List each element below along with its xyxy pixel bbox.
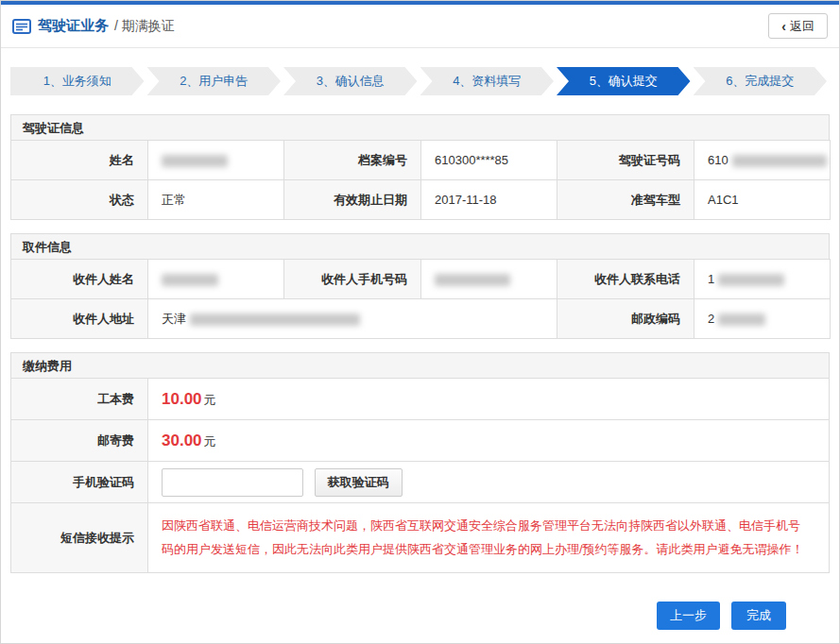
pickup-info-section: 取件信息 收件人姓名 收件人手机号码 收件人联系电话 1 收件人地址 天津 邮政… — [10, 233, 830, 339]
license-number-value: 610 — [694, 141, 831, 180]
fees-section: 缴纳费用 工本费 10.00元 邮寄费 30.00元 手机验证码 获取验证码 — [10, 352, 830, 573]
file-number-label: 档案编号 — [284, 141, 421, 180]
postage-fee-unit: 元 — [204, 434, 216, 449]
back-button[interactable]: ‹ 返回 — [768, 13, 828, 39]
status-value: 正常 — [148, 180, 284, 220]
recipient-phone-value: 1 — [694, 260, 831, 299]
sms-notice-text: 因陕西省联通、电信运营商技术问题，陕西省互联网交通安全综合服务管理平台无法向持陕… — [162, 515, 812, 561]
name-value — [148, 141, 284, 180]
redacted-recipient-name — [162, 274, 218, 286]
table-row: 短信接收提示 因陕西省联通、电信运营商技术问题，陕西省互联网交通安全综合服务管理… — [11, 503, 830, 573]
table-row: 收件人姓名 收件人手机号码 收件人联系电话 1 — [11, 260, 831, 299]
redacted-license-number — [732, 155, 827, 167]
step-6-complete-submit[interactable]: 6、完成提交 — [694, 67, 828, 95]
license-number-label: 驾驶证号码 — [557, 141, 694, 180]
file-number-value: 610300****85 — [421, 141, 557, 180]
table-row: 手机验证码 获取验证码 — [11, 462, 830, 503]
recipient-name-value — [148, 260, 284, 299]
production-fee-amount: 10.00 — [162, 390, 202, 408]
recipient-mobile-value — [421, 260, 557, 299]
table-row: 姓名 档案编号 610300****85 驾驶证号码 610 — [11, 141, 831, 180]
postcode-label: 邮政编码 — [557, 299, 694, 339]
vehicle-class-label: 准驾车型 — [557, 180, 694, 220]
pickup-info-section-title: 取件信息 — [10, 233, 830, 260]
step-breadcrumb: 1、业务须知 2、用户申告 3、确认信息 4、资料填写 5、确认提交 6、完成提… — [10, 67, 830, 95]
finish-button[interactable]: 完成 — [731, 602, 786, 630]
page-header: 驾驶证业务 / 期满换证 ‹ 返回 — [1, 5, 839, 48]
expiry-label: 有效期止日期 — [284, 180, 421, 220]
step-5-confirm-submit[interactable]: 5、确认提交 — [557, 67, 691, 95]
table-row: 邮寄费 30.00元 — [11, 420, 830, 462]
recipient-phone-prefix: 1 — [708, 272, 714, 286]
license-number-prefix: 610 — [708, 153, 729, 167]
get-sms-code-button[interactable]: 获取验证码 — [315, 468, 403, 497]
redacted-address — [190, 314, 360, 326]
footer-actions: 上一步 完成 — [1, 602, 839, 630]
back-chevron-icon: ‹ — [781, 20, 786, 33]
redacted-name — [162, 155, 228, 167]
postage-fee-amount: 30.00 — [162, 432, 202, 449]
address-prefix: 天津 — [162, 312, 186, 326]
step-2-user-declaration[interactable]: 2、用户申告 — [147, 67, 282, 95]
vehicle-class-value: A1C1 — [694, 180, 831, 220]
back-button-label: 返回 — [790, 18, 814, 35]
license-info-table: 姓名 档案编号 610300****85 驾驶证号码 610 状态 正常 有效期… — [10, 140, 831, 220]
license-business-icon — [12, 19, 31, 34]
expiry-value: 2017-11-18 — [421, 180, 557, 220]
page-subtitle: / 期满换证 — [114, 18, 175, 35]
license-renewal-page: 驾驶证业务 / 期满换证 ‹ 返回 1、业务须知 2、用户申告 3、确认信息 4… — [0, 0, 840, 644]
status-label: 状态 — [11, 180, 148, 220]
fees-table: 工本费 10.00元 邮寄费 30.00元 手机验证码 获取验证码 短信接收提示… — [10, 378, 830, 573]
previous-step-button[interactable]: 上一步 — [657, 602, 720, 630]
sms-notice-label: 短信接收提示 — [11, 503, 148, 573]
redacted-recipient-mobile — [435, 274, 510, 286]
page-title: 驾驶证业务 — [38, 17, 109, 35]
postage-fee-label: 邮寄费 — [11, 420, 148, 462]
recipient-mobile-label: 收件人手机号码 — [284, 260, 421, 299]
production-fee-value: 10.00元 — [148, 379, 830, 420]
sms-code-input[interactable] — [162, 468, 303, 497]
postcode-prefix: 2 — [708, 312, 714, 326]
table-row: 状态 正常 有效期止日期 2017-11-18 准驾车型 A1C1 — [11, 180, 831, 220]
fees-section-title: 缴纳费用 — [10, 352, 830, 379]
address-label: 收件人地址 — [11, 299, 148, 339]
address-value: 天津 — [148, 299, 557, 339]
table-row: 收件人地址 天津 邮政编码 2 — [11, 299, 831, 339]
license-info-section: 驾驶证信息 姓名 档案编号 610300****85 驾驶证号码 610 状态 … — [10, 114, 830, 220]
table-row: 工本费 10.00元 — [11, 379, 830, 420]
recipient-name-label: 收件人姓名 — [11, 260, 148, 299]
postcode-value: 2 — [694, 299, 831, 339]
step-1-business-notice[interactable]: 1、业务须知 — [10, 67, 145, 95]
step-3-confirm-info[interactable]: 3、确认信息 — [283, 67, 418, 95]
sms-code-cell: 获取验证码 — [148, 462, 830, 503]
sms-notice-cell: 因陕西省联通、电信运营商技术问题，陕西省互联网交通安全综合服务管理平台无法向持陕… — [148, 503, 830, 573]
license-info-section-title: 驾驶证信息 — [10, 114, 830, 141]
redacted-postcode — [718, 314, 765, 326]
name-label: 姓名 — [11, 141, 148, 180]
pickup-info-table: 收件人姓名 收件人手机号码 收件人联系电话 1 收件人地址 天津 邮政编码 2 — [10, 259, 831, 339]
production-fee-unit: 元 — [204, 393, 216, 407]
redacted-recipient-phone — [718, 274, 784, 286]
postage-fee-value: 30.00元 — [148, 420, 830, 462]
step-4-fill-data[interactable]: 4、资料填写 — [420, 67, 555, 95]
recipient-phone-label: 收件人联系电话 — [557, 260, 694, 299]
production-fee-label: 工本费 — [11, 379, 148, 420]
sms-code-label: 手机验证码 — [11, 462, 148, 503]
